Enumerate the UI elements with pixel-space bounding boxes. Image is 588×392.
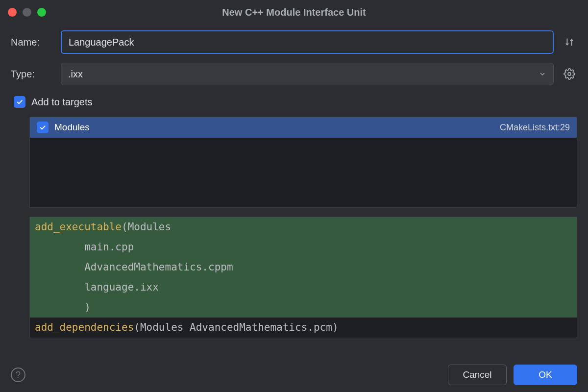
name-label: Name:: [11, 37, 53, 48]
name-row: Name:: [11, 30, 577, 54]
type-value: .ixx: [68, 69, 83, 80]
help-icon[interactable]: ?: [11, 368, 25, 382]
gear-icon[interactable]: [562, 68, 577, 80]
ok-button[interactable]: OK: [514, 365, 577, 385]
add-to-targets-row: Add to targets: [11, 94, 577, 108]
window-controls: [8, 8, 46, 17]
type-select[interactable]: .ixx: [61, 63, 554, 85]
type-row: Type: .ixx: [11, 63, 577, 85]
code-line: language.ixx: [30, 277, 577, 297]
window-close-button[interactable]: [8, 8, 17, 17]
targets-list[interactable]: Modules CMakeLists.txt:29: [29, 117, 577, 208]
type-label: Type:: [11, 69, 53, 80]
sort-icon[interactable]: [562, 37, 577, 48]
cmake-preview: add_executable(Modules main.cpp Advanced…: [29, 217, 577, 338]
code-line: AdvancedMathematics.cppm: [30, 257, 577, 277]
target-name: Modules: [54, 122, 494, 133]
code-line: main.cpp: [30, 237, 577, 257]
window-minimize-button[interactable]: [23, 8, 31, 17]
add-to-targets-label: Add to targets: [31, 97, 93, 108]
target-file: CMakeLists.txt:29: [500, 122, 570, 133]
code-line: add_dependencies(Modules AdvancedMathema…: [30, 318, 577, 338]
title-bar: New C++ Module Interface Unit: [0, 0, 588, 24]
chevron-down-icon: [539, 70, 546, 78]
cancel-button[interactable]: Cancel: [448, 365, 507, 385]
window-zoom-button[interactable]: [37, 8, 46, 17]
target-checkbox[interactable]: [37, 122, 49, 133]
name-input[interactable]: [61, 30, 554, 54]
target-row[interactable]: Modules CMakeLists.txt:29: [30, 117, 577, 138]
add-to-targets-checkbox[interactable]: [14, 96, 25, 108]
code-line: add_executable(Modules: [30, 217, 577, 237]
code-line: ): [30, 297, 577, 318]
dialog-title: New C++ Module Interface Unit: [0, 7, 588, 18]
svg-point-0: [568, 73, 571, 75]
dialog-footer: ? Cancel OK: [0, 358, 588, 392]
